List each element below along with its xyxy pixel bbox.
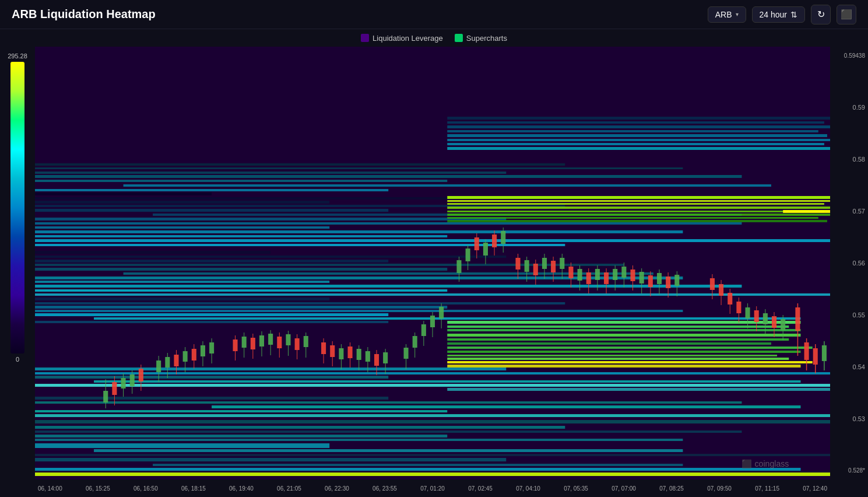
svg-rect-29 — [447, 355, 777, 356]
svg-rect-27 — [447, 346, 812, 349]
svg-rect-55 — [35, 197, 447, 200]
svg-rect-31 — [447, 361, 812, 363]
svg-rect-112 — [201, 345, 205, 356]
svg-rect-106 — [174, 355, 178, 366]
chart-main: ⬛ coinglass — [35, 47, 830, 480]
svg-rect-222 — [763, 313, 768, 324]
svg-rect-10 — [153, 464, 683, 466]
svg-rect-216 — [736, 302, 741, 313]
color-scale: 295.28 0 — [0, 47, 35, 480]
svg-rect-13 — [35, 397, 388, 400]
y-label-1: 0.59 — [833, 104, 865, 111]
svg-rect-130 — [295, 338, 300, 350]
svg-rect-8 — [35, 454, 830, 456]
svg-rect-37 — [35, 313, 388, 316]
svg-rect-62 — [35, 226, 329, 229]
asset-value: ARB — [715, 10, 732, 19]
svg-rect-74 — [447, 220, 827, 222]
refresh-button[interactable]: ↻ — [811, 5, 831, 24]
svg-rect-67 — [447, 196, 830, 199]
time-dropdown[interactable]: 24 hour ⇅ — [752, 6, 805, 23]
svg-rect-85 — [35, 167, 683, 169]
svg-rect-81 — [447, 139, 830, 141]
svg-rect-220 — [754, 310, 759, 322]
svg-rect-73 — [447, 217, 818, 219]
x-label-16: 07, 12:40 — [803, 485, 827, 492]
svg-rect-170 — [501, 231, 505, 244]
svg-rect-23 — [447, 388, 830, 391]
svg-rect-84 — [35, 163, 565, 166]
svg-rect-4 — [35, 435, 447, 438]
svg-rect-79 — [447, 130, 818, 132]
up-down-icon: ⇅ — [790, 10, 797, 19]
svg-rect-20 — [35, 376, 388, 379]
svg-rect-174 — [525, 260, 529, 272]
svg-rect-76 — [447, 117, 830, 120]
svg-rect-104 — [165, 357, 170, 368]
svg-rect-98 — [130, 374, 135, 386]
svg-rect-234 — [822, 345, 827, 361]
svg-rect-186 — [578, 269, 582, 281]
svg-rect-100 — [139, 369, 143, 382]
svg-rect-63 — [35, 230, 683, 233]
svg-rect-172 — [515, 258, 520, 270]
svg-rect-232 — [813, 348, 818, 365]
svg-rect-150 — [403, 348, 408, 359]
x-label-0: 06, 14:00 — [38, 485, 62, 492]
svg-rect-160 — [456, 260, 461, 273]
svg-rect-51 — [35, 285, 742, 288]
x-label-5: 06, 21:05 — [277, 485, 301, 492]
svg-rect-102 — [156, 360, 161, 372]
x-label-9: 07, 02:45 — [468, 485, 493, 492]
legend-supercharts: Supercharts — [455, 34, 507, 43]
svg-rect-88 — [35, 180, 447, 182]
svg-rect-188 — [586, 272, 591, 284]
svg-rect-32 — [447, 365, 800, 368]
svg-rect-154 — [421, 324, 426, 336]
x-label-3: 06, 18:15 — [181, 485, 206, 492]
svg-rect-200 — [639, 272, 644, 284]
svg-rect-152 — [413, 336, 417, 348]
svg-rect-24 — [447, 334, 800, 337]
svg-rect-86 — [35, 172, 506, 174]
svg-rect-60 — [35, 218, 506, 220]
svg-rect-118 — [242, 337, 247, 348]
svg-rect-206 — [666, 276, 670, 288]
svg-rect-2 — [35, 426, 565, 429]
chart-container: 295.28 0 — [0, 47, 868, 480]
svg-rect-36 — [35, 310, 683, 312]
svg-rect-202 — [648, 275, 653, 287]
x-label-12: 07, 07:00 — [612, 485, 636, 492]
svg-rect-41 — [447, 329, 800, 331]
svg-rect-42 — [35, 321, 388, 323]
svg-rect-128 — [286, 334, 290, 345]
svg-rect-134 — [321, 342, 326, 354]
screenshot-button[interactable]: ⬛ — [837, 5, 856, 24]
x-label-14: 07, 09:50 — [707, 485, 732, 492]
svg-rect-53 — [35, 293, 830, 296]
svg-rect-12 — [35, 473, 830, 476]
svg-rect-50 — [35, 281, 329, 283]
legend-liquidation: Liquidation Leverage — [361, 34, 443, 43]
svg-rect-77 — [447, 121, 824, 124]
x-label-13: 07, 08:25 — [659, 485, 684, 492]
svg-rect-34 — [35, 302, 565, 304]
svg-rect-178 — [542, 258, 547, 269]
svg-rect-176 — [533, 264, 538, 275]
svg-rect-230 — [804, 342, 809, 360]
svg-rect-87 — [35, 175, 742, 178]
y-label-2: 0.58 — [833, 156, 865, 163]
svg-rect-196 — [621, 267, 626, 278]
svg-rect-218 — [746, 307, 750, 318]
svg-rect-89 — [124, 184, 771, 187]
svg-rect-136 — [330, 345, 335, 357]
legend-color-liquidation — [361, 34, 369, 42]
svg-rect-61 — [35, 222, 742, 225]
asset-dropdown[interactable]: ARB ▾ — [708, 6, 746, 23]
svg-rect-192 — [604, 272, 609, 284]
svg-rect-22 — [35, 384, 830, 387]
svg-rect-47 — [35, 268, 447, 271]
svg-rect-11 — [35, 468, 800, 471]
svg-rect-54 — [35, 192, 212, 195]
scale-gradient — [10, 62, 24, 354]
